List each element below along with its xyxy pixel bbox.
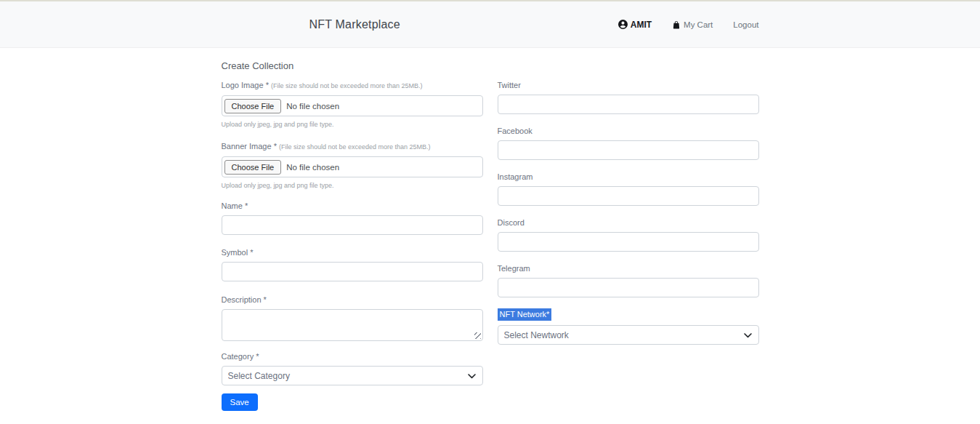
description-group: Description * xyxy=(222,295,483,341)
header: NFT Marketplace AMIT My Cart Logout xyxy=(0,0,980,48)
name-input[interactable] xyxy=(222,215,483,235)
category-label: Category * xyxy=(222,352,483,361)
discord-label: Discord xyxy=(498,218,759,227)
telegram-input[interactable] xyxy=(498,278,759,297)
network-select[interactable]: Select Newtwork xyxy=(498,325,759,345)
discord-input[interactable] xyxy=(498,232,759,252)
instagram-input[interactable] xyxy=(498,186,759,206)
logo-file-status: No file chosen xyxy=(286,102,339,111)
category-group: Category * Select Category xyxy=(222,352,483,385)
logo-image-size-note: (File size should not be exceeded more t… xyxy=(271,82,423,89)
symbol-group: Symbol * xyxy=(222,248,483,281)
logo-image-label: Logo Image * (File size should not be ex… xyxy=(222,81,483,90)
logout-label: Logout xyxy=(733,20,758,29)
facebook-label: Facebook xyxy=(498,127,759,135)
user-name-label: AMIT xyxy=(631,20,652,30)
logo-file-helper: Upload only jpeg, jpg and png file type. xyxy=(222,121,483,128)
bag-icon xyxy=(672,20,681,29)
my-cart-label: My Cart xyxy=(684,20,713,29)
brand-title: NFT Marketplace xyxy=(309,18,400,31)
symbol-label: Symbol * xyxy=(222,248,483,257)
description-label: Description * xyxy=(222,295,483,304)
name-group: Name * xyxy=(222,201,483,235)
category-select[interactable]: Select Category xyxy=(222,366,483,385)
logo-image-group: Logo Image * (File size should not be ex… xyxy=(222,81,483,128)
logo-image-label-text: Logo Image * xyxy=(222,81,269,89)
create-collection-page: Create Collection Logo Image * (File siz… xyxy=(222,48,759,411)
header-nav: AMIT My Cart Logout xyxy=(618,20,759,30)
discord-group: Discord xyxy=(498,218,759,252)
page-title: Create Collection xyxy=(222,60,759,71)
my-cart-link[interactable]: My Cart xyxy=(672,20,713,29)
banner-image-size-note: (File size should not be exceeded more t… xyxy=(279,143,431,151)
banner-file-helper: Upload only jpeg, jpg and png file type. xyxy=(222,182,483,189)
category-select-wrap: Select Category xyxy=(222,366,483,385)
logout-link[interactable]: Logout xyxy=(733,20,758,29)
banner-image-group: Banner Image * (File size should not be … xyxy=(222,142,483,189)
telegram-label: Telegram xyxy=(498,264,759,273)
form-right-column: Twitter Facebook Instagram Discord Teleg… xyxy=(498,81,759,345)
twitter-group: Twitter xyxy=(498,81,759,114)
twitter-label: Twitter xyxy=(498,81,759,89)
banner-image-label-text: Banner Image * xyxy=(222,142,277,151)
banner-image-label: Banner Image * (File size should not be … xyxy=(222,142,483,151)
instagram-group: Instagram xyxy=(498,172,759,206)
description-textarea-wrap xyxy=(222,309,483,341)
logo-choose-file-button[interactable]: Choose File xyxy=(224,99,282,113)
banner-file-status: No file chosen xyxy=(286,163,339,172)
facebook-group: Facebook xyxy=(498,127,759,160)
symbol-input[interactable] xyxy=(222,262,483,281)
twitter-input[interactable] xyxy=(498,95,759,114)
telegram-group: Telegram xyxy=(498,264,759,297)
logo-file-input[interactable]: Choose File No file chosen xyxy=(222,95,483,116)
save-button[interactable]: Save xyxy=(222,393,258,411)
network-select-wrap: Select Newtwork xyxy=(498,325,759,345)
name-label: Name * xyxy=(222,201,483,210)
header-inner: NFT Marketplace AMIT My Cart Logout xyxy=(222,1,759,47)
banner-file-input[interactable]: Choose File No file chosen xyxy=(222,156,483,177)
banner-choose-file-button[interactable]: Choose File xyxy=(224,160,282,175)
description-textarea[interactable] xyxy=(222,309,483,341)
resize-handle-icon[interactable] xyxy=(474,332,481,339)
form-left-column: Logo Image * (File size should not be ex… xyxy=(222,81,483,411)
facebook-input[interactable] xyxy=(498,140,759,160)
user-menu[interactable]: AMIT xyxy=(618,20,652,30)
nft-network-group: NFT Network* Select Newtwork xyxy=(498,307,759,345)
form-columns: Logo Image * (File size should not be ex… xyxy=(222,81,759,411)
person-circle-icon xyxy=(618,20,628,29)
nft-network-label: NFT Network* xyxy=(498,308,552,321)
instagram-label: Instagram xyxy=(498,172,759,181)
